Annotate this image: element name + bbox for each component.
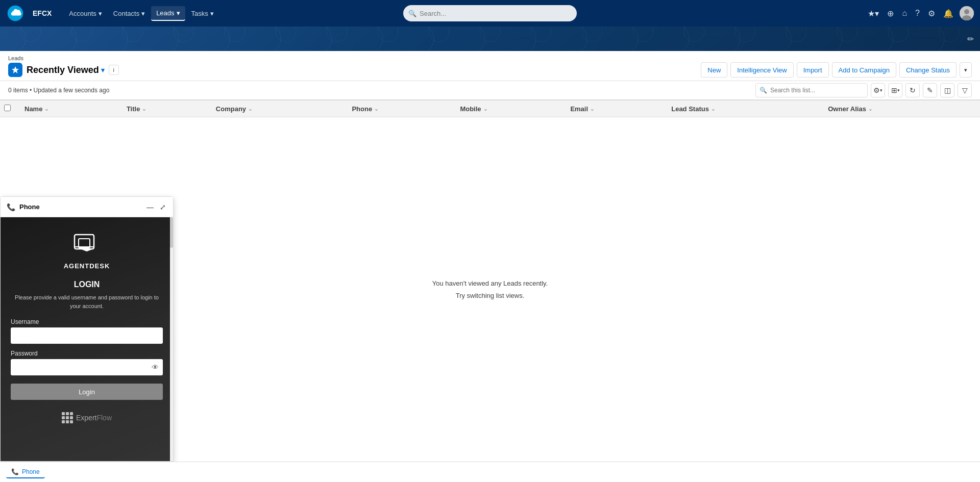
gear-icon: ⚙ <box>873 86 880 94</box>
select-all-col <box>0 100 18 117</box>
col-company-label: Company <box>216 105 246 113</box>
intelligence-view-button[interactable]: Intelligence View <box>730 62 793 78</box>
refresh-icon: ↻ <box>910 86 916 94</box>
phone-panel-header: 📞 Phone — ⤢ <box>1 197 173 217</box>
filter-button[interactable]: ▽ <box>958 83 972 97</box>
add-to-campaign-button[interactable]: Add to Campaign <box>832 62 896 78</box>
more-actions-button[interactable]: ▾ <box>960 62 972 78</box>
nav-item-accounts[interactable]: Accounts ▾ <box>64 7 107 20</box>
password-toggle-icon[interactable]: 👁 <box>152 363 159 371</box>
col-title: Title ⌄ <box>120 100 210 117</box>
list-search-input[interactable] <box>755 83 868 97</box>
svg-point-2 <box>964 9 969 14</box>
global-search-input[interactable] <box>403 5 577 21</box>
taskbar-phone-item[interactable]: 📞 Phone <box>6 466 45 478</box>
owner-alias-sort-icon: ⌄ <box>868 106 872 112</box>
phone-panel-controls: — ⤢ <box>145 202 167 212</box>
col-lead-status-label: Lead Status <box>671 105 709 113</box>
filter-icon: ▽ <box>962 86 968 94</box>
expertflow-grid-icon <box>62 412 73 423</box>
view-name: Recently Viewed <box>27 65 99 75</box>
col-name: Name ⌄ <box>18 100 120 117</box>
agentdesk-background: AGENTDESK LOGIN Please provide a valid u… <box>1 217 173 461</box>
taskbar-phone-label: Phone <box>22 468 40 475</box>
taskbar-phone-icon: 📞 <box>11 468 19 475</box>
agentdesk-password-input[interactable] <box>11 359 163 375</box>
help-icon[interactable]: ? <box>913 7 922 20</box>
agentdesk-logo-icon <box>71 227 102 258</box>
leads-title-row: Recently Viewed ▾ i New Intelligence Vie… <box>8 62 972 78</box>
global-search-wrap: 🔍 <box>403 5 577 21</box>
col-mobile-label: Mobile <box>460 105 481 113</box>
phone-icon: 📞 <box>7 203 15 211</box>
col-title-label: Title <box>127 105 140 113</box>
email-sort-icon: ⌄ <box>590 106 594 112</box>
salesforce-logo[interactable] <box>6 4 24 22</box>
phone-minimize-button[interactable]: — <box>145 202 155 212</box>
select-all-checkbox[interactable] <box>4 105 11 111</box>
nav-tasks-chevron: ▾ <box>210 10 214 17</box>
home-icon[interactable]: ⌂ <box>900 7 909 20</box>
app-name: EFCX <box>33 9 52 17</box>
refresh-button[interactable]: ↻ <box>905 83 920 97</box>
col-title-header[interactable]: Title ⌄ <box>127 105 204 113</box>
col-phone-label: Phone <box>352 105 372 113</box>
pencil-icon: ✎ <box>927 86 933 94</box>
chart-button[interactable]: ◫ <box>940 83 954 97</box>
change-status-button[interactable]: Change Status <box>899 62 957 78</box>
list-status-text: 0 items • Updated a few seconds ago <box>8 87 109 94</box>
nav-contacts-label: Contacts <box>113 10 139 17</box>
col-company-header[interactable]: Company ⌄ <box>216 105 340 113</box>
bottom-taskbar: 📞 Phone <box>0 462 980 482</box>
new-button[interactable]: New <box>701 62 727 78</box>
agentdesk-subtitle: Please provide a valid username and pass… <box>11 293 163 310</box>
agentdesk-username-input[interactable] <box>11 327 163 344</box>
list-view-info-btn[interactable]: i <box>109 65 119 75</box>
lead-status-sort-icon: ⌄ <box>711 106 715 112</box>
col-email: Email ⌄ <box>564 100 665 117</box>
phone-panel-body: AGENTDESK LOGIN Please provide a valid u… <box>1 217 173 461</box>
list-settings-btn[interactable]: ⚙ ▾ <box>871 83 885 97</box>
grid-icon: ⊞ <box>891 86 897 94</box>
company-sort-icon: ⌄ <box>248 106 252 112</box>
nav-right-icons: ★▾ ⊕ ⌂ ? ⚙ 🔔 <box>866 6 974 20</box>
edit-pencil-icon[interactable]: ✏ <box>967 34 974 44</box>
mobile-sort-icon: ⌄ <box>483 106 487 112</box>
title-sort-icon: ⌄ <box>142 106 146 112</box>
favorites-icon[interactable]: ★▾ <box>866 7 881 20</box>
agentdesk-login-button[interactable]: Login <box>11 384 163 400</box>
agentdesk-app-name: AGENTDESK <box>64 262 110 270</box>
view-selector[interactable]: Recently Viewed ▾ <box>27 65 105 75</box>
phone-expand-button[interactable]: ⤢ <box>159 202 167 212</box>
chart-icon: ◫ <box>944 86 951 94</box>
leads-table: Name ⌄ Title ⌄ Company <box>0 100 980 117</box>
app-header-band: ✏ <box>0 27 980 51</box>
leads-object-icon <box>8 63 22 77</box>
nav-item-leads[interactable]: Leads ▾ <box>151 6 185 21</box>
svg-marker-8 <box>82 249 92 251</box>
bell-icon[interactable]: 🔔 <box>941 7 955 20</box>
col-name-header[interactable]: Name ⌄ <box>24 105 114 113</box>
name-sort-icon: ⌄ <box>44 106 48 112</box>
col-mobile-header[interactable]: Mobile ⌄ <box>460 105 558 113</box>
phone-scroll-thumb[interactable] <box>170 217 173 248</box>
col-phone-header[interactable]: Phone ⌄ <box>352 105 448 113</box>
setup-icon[interactable]: ⚙ <box>926 7 937 20</box>
password-label: Password <box>11 350 163 357</box>
list-grid-view-btn[interactable]: ⊞ ▾ <box>888 83 902 97</box>
agentdesk-login-title: LOGIN <box>74 280 100 289</box>
phone-scroll-track <box>170 217 173 461</box>
add-icon[interactable]: ⊕ <box>885 7 896 20</box>
col-owner-alias-header[interactable]: Owner Alias ⌄ <box>828 105 974 113</box>
nav-search-icon: 🔍 <box>408 10 416 17</box>
col-lead-status-header[interactable]: Lead Status ⌄ <box>671 105 816 113</box>
import-button[interactable]: Import <box>797 62 829 78</box>
edit-columns-button[interactable]: ✎ <box>923 83 937 97</box>
user-avatar[interactable] <box>960 6 974 20</box>
nav-item-contacts[interactable]: Contacts ▾ <box>108 7 150 20</box>
nav-item-tasks[interactable]: Tasks ▾ <box>186 7 219 20</box>
grid-chevron: ▾ <box>897 88 900 93</box>
nav-contacts-chevron: ▾ <box>141 10 145 17</box>
leads-title-left: Recently Viewed ▾ i <box>8 63 119 77</box>
col-email-header[interactable]: Email ⌄ <box>570 105 659 113</box>
